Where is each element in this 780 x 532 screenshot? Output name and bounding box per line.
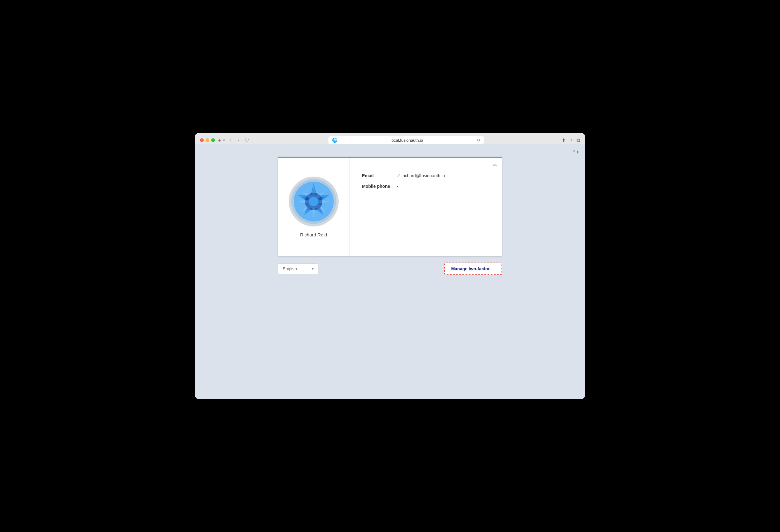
browser-window: ⊞ ∨ ‹ › 🛡 🌐 local.fusionauth.io ↻ ⬆ + ⧉ (195, 133, 585, 399)
email-value: ✓ richard@fusionauth.io (397, 173, 445, 178)
email-verified-icon: ✓ (397, 173, 401, 178)
traffic-light-maximize[interactable] (211, 138, 215, 142)
globe-icon: 🌐 (332, 138, 337, 143)
avatar (289, 177, 339, 227)
edit-icon[interactable]: ✏ (493, 162, 497, 168)
profile-left: Richard Reid (278, 158, 349, 256)
browser-chrome: ⊞ ∨ ‹ › 🛡 🌐 local.fusionauth.io ↻ ⬆ + ⧉ (195, 133, 585, 144)
mobile-value: - (397, 184, 398, 189)
manage-two-factor-button[interactable]: Manage two-factor → (444, 262, 502, 275)
back-button[interactable]: ‹ (228, 137, 233, 144)
manage-2fa-label: Manage two-factor → (451, 266, 495, 271)
sidebar-toggle[interactable]: ⊞ ∨ (217, 137, 225, 143)
language-select[interactable]: English ▾ (278, 263, 319, 274)
traffic-light-close[interactable] (200, 138, 204, 142)
url-text: local.fusionauth.io (340, 138, 474, 143)
svg-point-6 (309, 197, 319, 206)
bottom-controls: English ▾ Manage two-factor → (278, 262, 502, 275)
address-bar[interactable]: 🌐 local.fusionauth.io ↻ (328, 136, 484, 144)
browser-actions: ⬆ + ⧉ (562, 137, 580, 144)
logout-icon[interactable]: ↪ (573, 148, 579, 156)
chevron-down-icon: ▾ (312, 267, 314, 271)
address-bar-row: 🛡 🌐 local.fusionauth.io ↻ (244, 136, 559, 144)
share-icon[interactable]: ⬆ (562, 137, 566, 143)
profile-card: Richard Reid ✏ Email ✓ richard@fusionaut… (278, 157, 502, 256)
forward-button[interactable]: › (236, 137, 241, 144)
new-tab-icon[interactable]: + (570, 137, 573, 144)
traffic-lights (200, 138, 215, 142)
email-label: Email (362, 173, 393, 178)
user-name: Richard Reid (300, 232, 327, 237)
email-row: Email ✓ richard@fusionauth.io (362, 173, 490, 178)
shield-icon: 🛡 (244, 138, 250, 143)
language-label: English (283, 266, 297, 271)
nav-buttons: ‹ › (228, 137, 241, 144)
logout-area: ↪ (573, 148, 579, 156)
email-text: richard@fusionauth.io (402, 173, 445, 178)
reload-button[interactable]: ↻ (477, 138, 480, 143)
page-content: ↪ (195, 144, 585, 399)
profile-right: ✏ Email ✓ richard@fusionauth.io Mobile p… (349, 158, 502, 256)
avatar-svg (290, 178, 337, 225)
mobile-row: Mobile phone - (362, 184, 490, 189)
mobile-label: Mobile phone (362, 184, 393, 189)
tabs-icon[interactable]: ⧉ (577, 137, 580, 143)
traffic-light-minimize[interactable] (206, 138, 209, 142)
